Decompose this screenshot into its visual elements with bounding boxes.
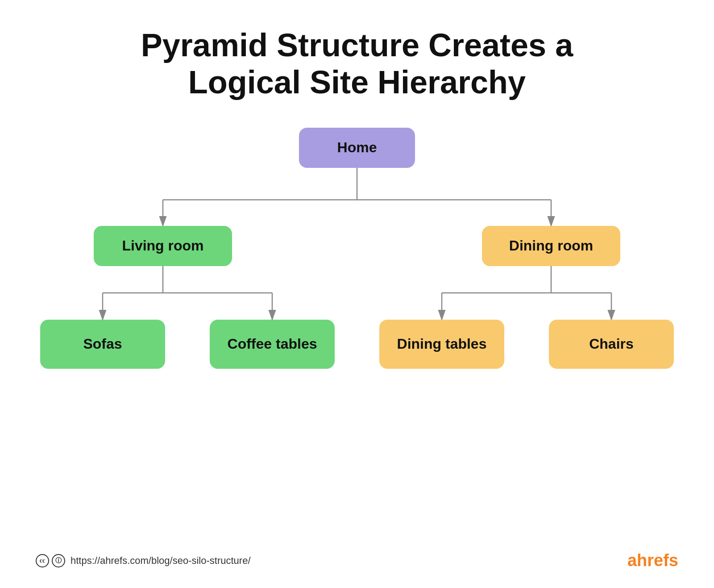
page-container: Pyramid Structure Creates a Logical Site…: [0, 0, 714, 588]
node-sofas: Sofas: [40, 320, 165, 369]
row-level3: Sofas Coffee tables Dining tables Chairs: [36, 320, 678, 369]
row-level2: Living room Dining room: [36, 226, 678, 266]
footer-left: cc ⓘ https://ahrefs.com/blog/seo-silo-st…: [36, 554, 251, 567]
footer-icons: cc ⓘ: [36, 554, 65, 567]
diagram: Home Living room Dining room Sofas Coffe…: [36, 128, 678, 570]
ahrefs-logo: ahrefs: [627, 551, 678, 570]
node-dining-tables: Dining tables: [379, 320, 504, 369]
node-home: Home: [299, 128, 415, 168]
row-level3-left: Sofas Coffee tables: [40, 320, 335, 369]
footer: cc ⓘ https://ahrefs.com/blog/seo-silo-st…: [36, 551, 678, 570]
footer-url: https://ahrefs.com/blog/seo-silo-structu…: [71, 555, 251, 567]
node-living-room: Living room: [94, 226, 232, 266]
node-dining-room: Dining room: [482, 226, 620, 266]
page-title: Pyramid Structure Creates a Logical Site…: [112, 27, 602, 101]
info-icon: ⓘ: [52, 554, 65, 567]
ahrefs-logo-orange: ahrefs: [627, 551, 678, 570]
row-level3-right: Dining tables Chairs: [379, 320, 674, 369]
row-home: Home: [36, 128, 678, 168]
node-chairs: Chairs: [549, 320, 674, 369]
cc-icon: cc: [36, 554, 49, 567]
node-coffee-tables: Coffee tables: [210, 320, 335, 369]
